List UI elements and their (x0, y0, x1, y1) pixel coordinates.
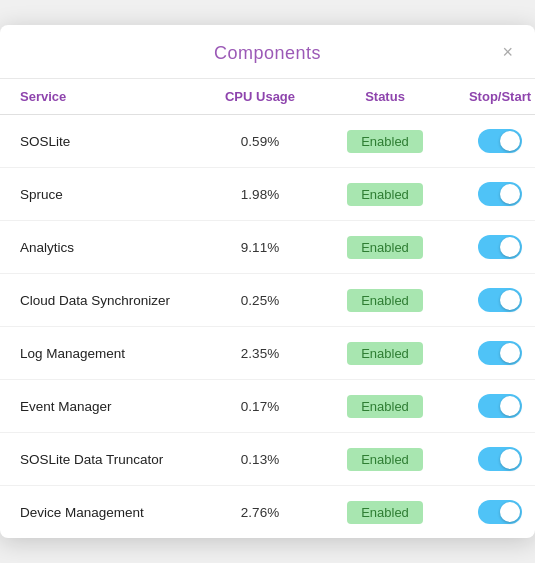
cell-status-5: Enabled (325, 395, 445, 418)
toggle-switch-6[interactable] (478, 447, 522, 471)
cell-service-3: Cloud Data Synchronizer (20, 293, 195, 308)
cell-status-6: Enabled (325, 448, 445, 471)
toggle-slider-0 (478, 129, 522, 153)
cell-status-2: Enabled (325, 236, 445, 259)
status-badge-1: Enabled (347, 183, 423, 206)
toggle-switch-4[interactable] (478, 341, 522, 365)
status-badge-6: Enabled (347, 448, 423, 471)
table-row: Event Manager0.17%Enabled (0, 380, 535, 433)
toggle-slider-5 (478, 394, 522, 418)
table-row: Log Management2.35%Enabled (0, 327, 535, 380)
toggle-switch-5[interactable] (478, 394, 522, 418)
cell-toggle-2 (445, 235, 535, 259)
cell-toggle-4 (445, 341, 535, 365)
cell-service-1: Spruce (20, 187, 195, 202)
header-cpu: CPU Usage (195, 89, 325, 104)
toggle-slider-7 (478, 500, 522, 524)
cell-cpu-0: 0.59% (195, 134, 325, 149)
cell-toggle-5 (445, 394, 535, 418)
table-row: Device Management2.76%Enabled (0, 486, 535, 538)
cell-service-7: Device Management (20, 505, 195, 520)
modal-header: Components × (0, 25, 535, 79)
table-body: SOSLite0.59%EnabledSpruce1.98%EnabledAna… (0, 115, 535, 538)
cell-cpu-3: 0.25% (195, 293, 325, 308)
header-toggle: Stop/Start (445, 89, 535, 104)
toggle-switch-3[interactable] (478, 288, 522, 312)
status-badge-5: Enabled (347, 395, 423, 418)
status-badge-4: Enabled (347, 342, 423, 365)
cell-service-2: Analytics (20, 240, 195, 255)
cell-status-0: Enabled (325, 130, 445, 153)
cell-cpu-6: 0.13% (195, 452, 325, 467)
cell-service-0: SOSLite (20, 134, 195, 149)
cell-service-5: Event Manager (20, 399, 195, 414)
toggle-switch-2[interactable] (478, 235, 522, 259)
cell-cpu-4: 2.35% (195, 346, 325, 361)
toggle-slider-6 (478, 447, 522, 471)
toggle-slider-2 (478, 235, 522, 259)
cell-toggle-0 (445, 129, 535, 153)
header-service: Service (20, 89, 195, 104)
cell-toggle-3 (445, 288, 535, 312)
cell-cpu-1: 1.98% (195, 187, 325, 202)
modal-title: Components (214, 43, 321, 64)
toggle-slider-4 (478, 341, 522, 365)
toggle-switch-7[interactable] (478, 500, 522, 524)
status-badge-0: Enabled (347, 130, 423, 153)
status-badge-3: Enabled (347, 289, 423, 312)
table-row: Cloud Data Synchronizer0.25%Enabled (0, 274, 535, 327)
cell-status-1: Enabled (325, 183, 445, 206)
table-row: SOSLite0.59%Enabled (0, 115, 535, 168)
table-row: SOSLite Data Truncator0.13%Enabled (0, 433, 535, 486)
toggle-slider-3 (478, 288, 522, 312)
cell-toggle-7 (445, 500, 535, 524)
cell-status-4: Enabled (325, 342, 445, 365)
cell-service-4: Log Management (20, 346, 195, 361)
table-row: Spruce1.98%Enabled (0, 168, 535, 221)
table-row: Analytics9.11%Enabled (0, 221, 535, 274)
cell-status-3: Enabled (325, 289, 445, 312)
cell-cpu-2: 9.11% (195, 240, 325, 255)
status-badge-2: Enabled (347, 236, 423, 259)
header-status: Status (325, 89, 445, 104)
toggle-switch-0[interactable] (478, 129, 522, 153)
cell-status-7: Enabled (325, 501, 445, 524)
cell-service-6: SOSLite Data Truncator (20, 452, 195, 467)
cell-cpu-7: 2.76% (195, 505, 325, 520)
cell-toggle-1 (445, 182, 535, 206)
table-header: ServiceCPU UsageStatusStop/Start (0, 79, 535, 115)
toggle-switch-1[interactable] (478, 182, 522, 206)
cell-toggle-6 (445, 447, 535, 471)
status-badge-7: Enabled (347, 501, 423, 524)
components-modal: Components × ServiceCPU UsageStatusStop/… (0, 25, 535, 538)
close-button[interactable]: × (498, 41, 517, 63)
cell-cpu-5: 0.17% (195, 399, 325, 414)
toggle-slider-1 (478, 182, 522, 206)
